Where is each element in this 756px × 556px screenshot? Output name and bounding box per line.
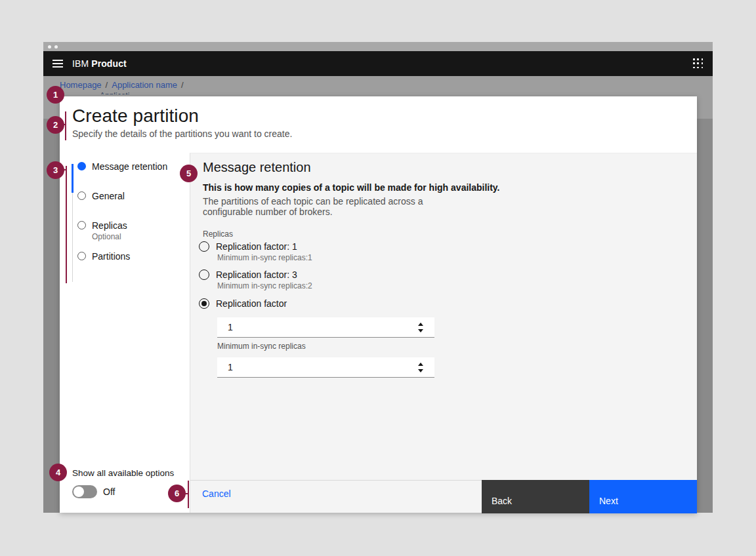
nav-step-label: Replicas (92, 220, 127, 231)
radio-helper-text: Minimum in-sync replicas:1 (217, 253, 312, 262)
min-insync-replicas-label: Minimum in-sync replicas (217, 342, 306, 351)
breadcrumb-link-application[interactable]: Application name (112, 80, 177, 90)
number-stepper-icon[interactable] (416, 362, 425, 373)
breadcrumb-clipped-item: Application name (100, 92, 130, 94)
annotated-screenshot: IBMProduct Homepage/Application name/ Ap… (0, 0, 756, 556)
annotation-badge-4: 4 (49, 464, 67, 481)
annotation-badge-2: 2 (47, 116, 64, 134)
nav-step-label: Partitions (92, 251, 130, 262)
step-current-icon (77, 162, 86, 170)
nav-step-general[interactable]: General (72, 191, 125, 201)
brand-prefix: IBM (72, 58, 89, 69)
radio-replication-factor-1[interactable]: Replication factor: 1 (199, 241, 297, 252)
nav-step-optional-label: Optional (92, 232, 127, 241)
tearsheet-title: Create partition (72, 106, 199, 127)
menu-hamburger-icon[interactable] (52, 60, 63, 68)
step-heading: Message retention (203, 160, 311, 175)
tearsheet-header: Create partition Specify the details of … (60, 96, 697, 153)
product-header: IBMProduct (43, 51, 713, 76)
radio-button-selected-icon (199, 298, 209, 309)
replication-factor-number-input (217, 317, 434, 338)
next-button[interactable]: Next (589, 480, 697, 513)
show-all-options-toggle[interactable]: Off (72, 485, 115, 498)
step-incomplete-icon (77, 221, 86, 229)
step-incomplete-icon (77, 252, 86, 260)
toggle-state-label: Off (103, 486, 115, 497)
brand-title: IBMProduct (72, 58, 127, 69)
step-description-bold: This is how many copies of a topic will … (203, 182, 500, 193)
min-insync-replicas-value-field[interactable] (217, 357, 434, 377)
radio-button-icon (199, 269, 209, 280)
radio-replication-factor-3[interactable]: Replication factor: 3 (199, 269, 297, 281)
radio-helper-text: Minimum in-sync replicas:2 (217, 281, 312, 290)
tearsheet-subtitle: Specify the details of the partitions yo… (72, 129, 292, 139)
annotation-line-2 (65, 111, 66, 140)
radio-label: Replication factor: 1 (216, 241, 297, 252)
nav-step-partitions[interactable]: Partitions (72, 251, 130, 262)
number-stepper-icon[interactable] (416, 322, 425, 333)
radio-label: Replication factor: 3 (216, 269, 297, 281)
annotation-badge-3: 3 (47, 161, 64, 179)
brand-name: Product (91, 58, 127, 69)
replication-factor-value-field[interactable] (217, 317, 434, 337)
show-all-options-label: Show all available options (72, 468, 174, 478)
radio-label: Replication factor (216, 298, 287, 309)
app-switcher-icon[interactable] (693, 58, 704, 69)
window-dot-icon (48, 45, 51, 49)
toggle-knob-icon (74, 486, 84, 497)
radio-button-icon (199, 241, 209, 252)
breadcrumb: Homepage/Application name/ (60, 80, 188, 90)
window-titlebar (43, 42, 713, 51)
annotation-badge-6: 6 (168, 485, 186, 502)
back-button[interactable]: Back (482, 480, 589, 513)
annotation-line-3 (66, 166, 67, 283)
nav-step-label: General (92, 191, 125, 201)
annotation-badge-5: 5 (180, 165, 198, 182)
toggle-track-icon (72, 485, 97, 498)
annotation-badge-1: 1 (47, 86, 64, 104)
tearsheet-influencer-sidebar (60, 153, 190, 513)
cancel-button[interactable]: Cancel (202, 488, 231, 499)
radio-group-label: Replicas (203, 229, 233, 239)
breadcrumb-link-homepage[interactable]: Homepage (60, 80, 102, 90)
window-dot-icon (54, 45, 58, 49)
nav-step-replicas[interactable]: Replicas Optional (72, 220, 127, 241)
tearsheet-footer: Cancel Back Next (190, 480, 697, 513)
breadcrumb-separator: / (181, 80, 184, 90)
create-partition-tearsheet: Create partition Specify the details of … (60, 96, 697, 513)
step-description: The partitions of each topic can be repl… (203, 196, 432, 217)
breadcrumb-separator: / (106, 80, 108, 90)
nav-step-label: Message retention (92, 161, 167, 172)
radio-replication-factor-custom[interactable]: Replication factor (199, 298, 287, 309)
min-insync-replicas-number-input (217, 357, 434, 378)
nav-step-message-retention[interactable]: Message retention (72, 161, 167, 172)
annotation-line-6 (188, 481, 189, 508)
step-incomplete-icon (77, 191, 86, 200)
